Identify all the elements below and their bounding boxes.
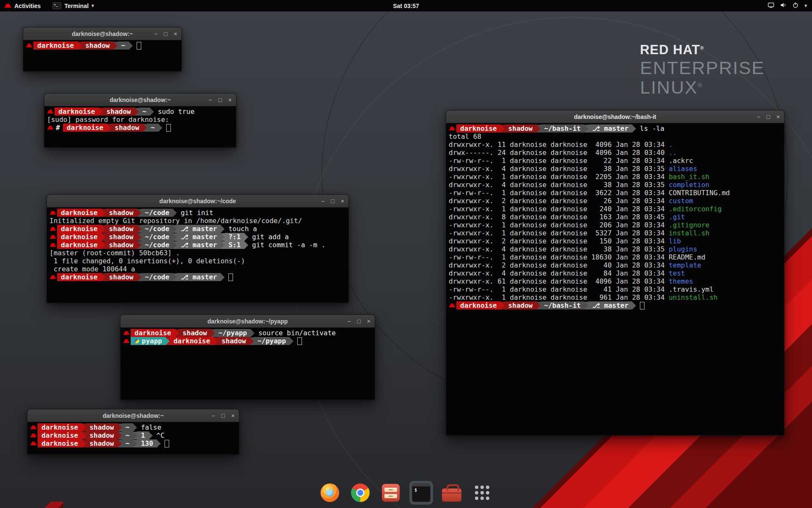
window-titlebar[interactable]: darknoise@shadow:~/pyapp − □ × [121, 315, 375, 328]
clock[interactable]: Sat 03:57 [0, 3, 812, 9]
grid-dots [474, 485, 490, 501]
window-titlebar[interactable]: darknoise@shadow:~/bash-it − □ × [446, 110, 784, 123]
powerline-separator-icon [133, 424, 137, 431]
terminal-content[interactable]: darknoiseshadow~/bash-it⎇ masterls -lato… [446, 123, 784, 311]
window-titlebar[interactable]: darknoise@shadow:~ − □ × [44, 94, 236, 106]
maximize-button[interactable]: □ [766, 114, 770, 120]
output-line: drwxrwxr-x. 4 darknoise darknoise 38 Jan… [449, 245, 782, 253]
power-icon[interactable] [792, 2, 799, 10]
ls-filename: aliases [669, 165, 697, 173]
text-cursor [297, 337, 302, 345]
minimize-button[interactable]: − [347, 318, 351, 324]
prompt-line: darknoiseshadow~sudo true [47, 108, 233, 116]
close-button[interactable]: × [174, 31, 177, 37]
terminal-window-home-2: darknoise@shadow:~ − □ × darknoiseshadow… [27, 409, 239, 455]
terminal-icon[interactable]: $ [409, 481, 433, 505]
minimize-button[interactable]: − [211, 413, 215, 419]
powerline-separator-icon [82, 432, 86, 439]
output-line: drwxrwxr-x. 11 darknoise darknoise 4096 … [449, 141, 782, 149]
maximize-button[interactable]: □ [221, 413, 225, 419]
chrome-icon[interactable] [348, 481, 372, 505]
window-titlebar[interactable]: darknoise@shadow:~/code − □ × [47, 195, 348, 207]
prompt-segment-code: 130 [137, 439, 157, 447]
maximize-button[interactable]: □ [331, 198, 334, 204]
ls-columns: -rwxrwxr-x. 1 darknoise darknoise 961 Ja… [449, 293, 669, 301]
command-text: false [137, 423, 161, 431]
powerline-separator-icon [175, 329, 179, 337]
close-button[interactable]: × [341, 198, 344, 204]
app-grid-icon[interactable] [470, 481, 494, 505]
text-cursor [166, 124, 171, 132]
window-title: darknoise@shadow:~/pyapp [208, 318, 288, 325]
close-button[interactable]: × [231, 413, 235, 419]
wallpaper-red-sliver [44, 502, 63, 508]
activities-button[interactable]: Activities [4, 0, 41, 11]
terminal-content[interactable]: darknoiseshadow~ [23, 40, 181, 51]
ls-filename: .gitignore [669, 221, 709, 229]
output-text: Initialized empty Git repository in /hom… [49, 217, 302, 225]
prompt-segment-path: ~/code [141, 273, 173, 281]
prompt-line: darknoiseshadow~/code⎇ master [49, 273, 346, 281]
prompt-segment-path: ~ [122, 431, 134, 439]
close-button[interactable]: × [228, 97, 232, 103]
terminal-content[interactable]: darknoiseshadow~falsedarknoiseshadow~1^C… [27, 422, 239, 449]
chevron-down-icon[interactable]: ▾ [804, 3, 807, 8]
window-title: darknoise@shadow:~ [72, 30, 133, 37]
powerline-separator-icon [114, 42, 118, 50]
close-button[interactable]: × [776, 114, 780, 120]
maximize-button[interactable]: □ [357, 318, 360, 324]
prompt-segment-user: darknoise [57, 225, 102, 233]
ls-columns: drwxrwxr-x. 2 darknoise darknoise 26 Jan… [449, 197, 669, 205]
powerline-separator-icon [211, 329, 215, 337]
output-line: -rw-rw-r--. 1 darknoise darknoise 22 Jan… [449, 157, 782, 165]
files-icon[interactable] [379, 481, 403, 505]
powerline-separator-icon [501, 125, 505, 133]
output-text: [master (root-commit) 50bcb63] . [49, 249, 180, 257]
terminal-window-pyapp: darknoise@shadow:~/pyapp − □ × darknoise… [120, 315, 375, 400]
powerline-separator-icon [244, 241, 248, 249]
powerline-separator-icon [632, 125, 636, 133]
terminal-app-icon-glyph: >_ [54, 3, 58, 7]
registered-mark: ® [700, 45, 704, 50]
maximize-button[interactable]: □ [218, 97, 222, 103]
terminal-content[interactable]: darknoiseshadow~/codegit initInitialized… [47, 207, 348, 282]
output-line: -rw-rw-r--. 1 darknoise darknoise 41 Jan… [449, 285, 782, 293]
toolbox-icon[interactable] [440, 481, 464, 505]
prompt-segment-host: shadow [105, 233, 137, 241]
display-icon[interactable] [768, 2, 774, 10]
terminal-prompt-glyph: $ [414, 488, 417, 492]
output-text: total 68 [449, 133, 481, 141]
prompt-segment-path: ~/pyapp [254, 337, 290, 345]
ls-columns: -rw-rw-r--. 1 darknoise darknoise 3622 J… [449, 189, 669, 197]
volume-icon[interactable] [780, 2, 787, 10]
minimize-button[interactable]: − [154, 31, 157, 37]
maximize-button[interactable]: □ [164, 31, 167, 37]
prompt-segment-user: darknoise [33, 41, 78, 50]
prompt-line: darknoiseshadow~/bash-it⎇ masterls -la [449, 124, 782, 133]
app-menu-terminal[interactable]: >_ Terminal ▾ [52, 0, 94, 11]
firefox-icon[interactable] [318, 481, 342, 505]
minimize-button[interactable]: − [321, 198, 324, 204]
window-titlebar[interactable]: darknoise@shadow:~ − □ × [27, 409, 239, 422]
powerline-separator-icon [118, 432, 122, 439]
prompt-line: darknoiseshadow~ [26, 41, 179, 50]
ls-filename: themes [669, 277, 693, 285]
prompt-segment-user: darknoise [57, 233, 102, 241]
powerline-separator-icon [118, 440, 122, 447]
window-titlebar[interactable]: darknoise@shadow:~ − □ × [23, 28, 181, 40]
powerline-separator-icon [102, 225, 105, 233]
powerline-separator-icon [584, 302, 588, 309]
output-line: -rwxrwxr-x. 1 darknoise darknoise 206 Ja… [449, 221, 782, 229]
prompt-segment-user: darknoise [38, 439, 82, 447]
fedora-icon [449, 125, 455, 132]
powerline-separator-icon [137, 241, 141, 249]
terminal-content[interactable]: darknoiseshadow~sudo true[sudo] password… [44, 106, 236, 133]
terminal-content[interactable]: darknoiseshadow~/pyappsource bin/activat… [121, 328, 375, 346]
minimize-button[interactable]: − [208, 97, 212, 103]
close-button[interactable]: × [367, 318, 370, 324]
powerline-separator-icon [137, 209, 141, 217]
powerline-separator-icon [118, 424, 122, 431]
terminal-screen: $ [412, 483, 431, 502]
minimize-button[interactable]: − [757, 114, 760, 120]
prompt-segment-git: ⎇ master [588, 124, 632, 133]
